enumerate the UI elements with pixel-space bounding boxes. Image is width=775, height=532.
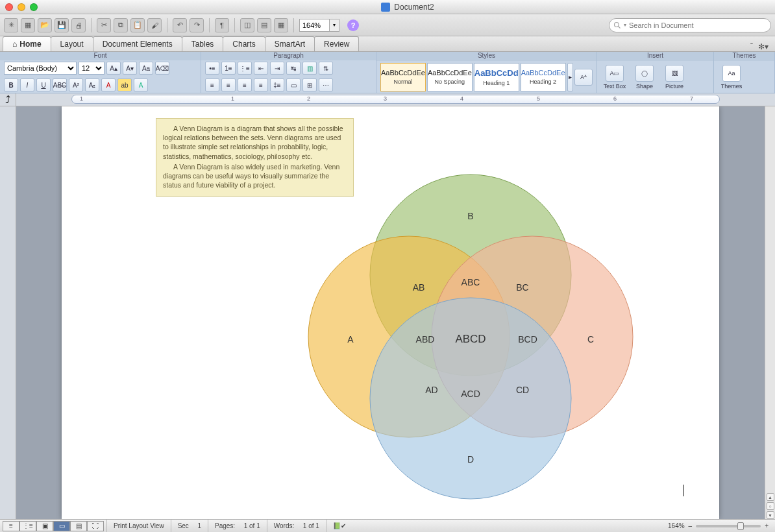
- publishing-view-button[interactable]: ▣: [36, 521, 53, 531]
- new-doc-button[interactable]: ✳: [4, 18, 18, 32]
- next-page-button[interactable]: ▼: [767, 511, 774, 519]
- paste-button[interactable]: 📋: [130, 18, 145, 32]
- line-spacing-button[interactable]: ‡≡: [270, 79, 284, 91]
- vertical-scrollbar[interactable]: ▲ ○ ▼: [765, 106, 775, 519]
- underline-button[interactable]: U: [36, 79, 51, 91]
- search-box[interactable]: ▾: [609, 18, 771, 32]
- clear-formatting-button[interactable]: A⌫: [155, 62, 169, 75]
- style-no-spacing[interactable]: AaBbCcDdEeNo Spacing: [427, 63, 473, 91]
- tab-home[interactable]: ⌂Home: [3, 36, 51, 51]
- zoom-in-button[interactable]: +: [765, 522, 769, 529]
- close-window-button[interactable]: [5, 3, 13, 11]
- fullscreen-view-button[interactable]: ⛶: [87, 521, 104, 531]
- status-spellcheck[interactable]: 📗✔: [326, 520, 352, 532]
- align-right-button[interactable]: ≡: [238, 79, 252, 91]
- status-pages[interactable]: Pages: 1 of 1: [208, 520, 267, 532]
- align-left-button[interactable]: ≡: [205, 79, 219, 91]
- zoom-combo[interactable]: ▾: [299, 19, 339, 32]
- justify-button[interactable]: ≡: [254, 79, 268, 91]
- ribbon: Font Cambria (Body) 12 A▴ A▾ Aa A⌫ B I U…: [0, 52, 775, 93]
- save-button[interactable]: 💾: [55, 18, 69, 32]
- zoom-window-button[interactable]: [30, 3, 38, 11]
- tab-charts[interactable]: Charts: [223, 36, 265, 51]
- show-marks-button[interactable]: ¶: [215, 18, 229, 32]
- style-heading-2[interactable]: AaBbCcDdEeHeading 2: [521, 63, 566, 91]
- strikethrough-button[interactable]: ABC: [53, 79, 67, 91]
- italic-button[interactable]: I: [20, 79, 34, 91]
- search-input[interactable]: [629, 21, 767, 29]
- templates-button[interactable]: ▦: [21, 18, 35, 32]
- sort-button[interactable]: ⇅: [319, 62, 333, 75]
- superscript-button[interactable]: A²: [69, 79, 83, 91]
- help-button[interactable]: ?: [347, 19, 359, 31]
- shading-button[interactable]: ▭: [286, 79, 301, 91]
- vertical-ruler[interactable]: [0, 106, 16, 519]
- multilevel-list-button[interactable]: ⋮≡: [238, 62, 252, 75]
- bullets-button[interactable]: •≡: [205, 62, 219, 75]
- prev-page-button[interactable]: ▲: [767, 493, 774, 501]
- zoom-input[interactable]: [299, 19, 329, 32]
- insert-picture-button[interactable]: 🖼Picture: [661, 65, 688, 90]
- open-button[interactable]: 📂: [38, 18, 52, 32]
- tab-smartart[interactable]: SmartArt: [265, 36, 315, 51]
- tab-layout[interactable]: Layout: [51, 36, 93, 51]
- borders-button[interactable]: ⊞: [302, 79, 317, 91]
- font-name-select[interactable]: Cambria (Body): [4, 62, 77, 75]
- print-button[interactable]: 🖨: [71, 18, 86, 32]
- venn-diagram[interactable]: B A C D AB BC AD CD ABC ABD ACD BCD ABCD: [263, 145, 678, 509]
- format-painter-button[interactable]: 🖌: [147, 18, 162, 32]
- draft-view-button[interactable]: ≡: [3, 521, 19, 531]
- increase-indent-button[interactable]: ⇥: [270, 62, 284, 75]
- styles-scroll-button[interactable]: ▸: [567, 63, 573, 91]
- sidebar-button[interactable]: ◫: [240, 18, 254, 32]
- browse-object-button[interactable]: ○: [767, 502, 774, 510]
- tab-review[interactable]: Review: [314, 36, 359, 51]
- themes-button[interactable]: AaThemes: [718, 65, 745, 90]
- document-page[interactable]: A Venn Diagram is a diagram that shows a…: [62, 106, 719, 519]
- search-menu-caret-icon[interactable]: ▾: [624, 22, 626, 28]
- zoom-slider-knob[interactable]: [737, 522, 744, 530]
- undo-button[interactable]: ↶: [173, 18, 187, 32]
- ribbon-options-button[interactable]: ✻▾: [758, 42, 769, 51]
- status-zoom-value[interactable]: 164%: [668, 522, 685, 529]
- bold-button[interactable]: B: [4, 79, 18, 91]
- text-effects-button[interactable]: A: [134, 79, 148, 91]
- insert-text-box-button[interactable]: A▭Text Box: [601, 65, 628, 90]
- text-direction-button[interactable]: ↹: [286, 62, 301, 75]
- highlight-button[interactable]: ab: [117, 79, 132, 91]
- copy-button[interactable]: ⧉: [114, 18, 128, 32]
- shrink-font-button[interactable]: A▾: [123, 62, 137, 75]
- font-size-select[interactable]: 12: [79, 62, 105, 75]
- paragraph-options-button[interactable]: ⋯: [319, 79, 333, 91]
- gallery-button[interactable]: ▦: [274, 18, 288, 32]
- notebook-view-button[interactable]: ▤: [70, 521, 87, 531]
- redo-button[interactable]: ↷: [190, 18, 204, 32]
- minimize-window-button[interactable]: [18, 3, 25, 11]
- decrease-indent-button[interactable]: ⇤: [254, 62, 268, 75]
- style-normal[interactable]: AaBbCcDdEeNormal: [380, 63, 426, 91]
- grow-font-button[interactable]: A▴: [106, 62, 121, 75]
- align-center-button[interactable]: ≡: [221, 79, 236, 91]
- toolbox-button[interactable]: ▤: [257, 18, 271, 32]
- tab-document-elements[interactable]: Document Elements: [93, 36, 182, 51]
- status-section[interactable]: Sec 1: [171, 520, 208, 532]
- styles-pane-button[interactable]: Aᴬ: [574, 69, 593, 86]
- style-heading-1[interactable]: AaBbCcDdHeading 1: [474, 63, 519, 91]
- insert-shape-button[interactable]: ◯Shape: [631, 65, 658, 90]
- tab-tables[interactable]: Tables: [182, 36, 224, 51]
- ruler-corner[interactable]: ⤴: [0, 93, 16, 106]
- horizontal-ruler[interactable]: 1 1 2 3 4 5 6 7: [16, 93, 775, 106]
- zoom-out-button[interactable]: –: [689, 522, 693, 529]
- ribbon-collapse-button[interactable]: ˆ: [750, 42, 753, 51]
- subscript-button[interactable]: A₂: [85, 79, 99, 91]
- outline-view-button[interactable]: ⋮≡: [19, 521, 36, 531]
- print-layout-view-button[interactable]: ▭: [53, 521, 70, 531]
- columns-button[interactable]: ▥: [302, 62, 317, 75]
- numbering-button[interactable]: 1≡: [221, 62, 236, 75]
- cut-button[interactable]: ✂: [97, 18, 111, 32]
- zoom-slider[interactable]: [696, 525, 761, 527]
- zoom-dropdown[interactable]: ▾: [329, 19, 339, 32]
- status-words[interactable]: Words: 1 of 1: [267, 520, 326, 532]
- change-case-button[interactable]: Aa: [139, 62, 153, 75]
- font-color-button[interactable]: A: [101, 79, 116, 91]
